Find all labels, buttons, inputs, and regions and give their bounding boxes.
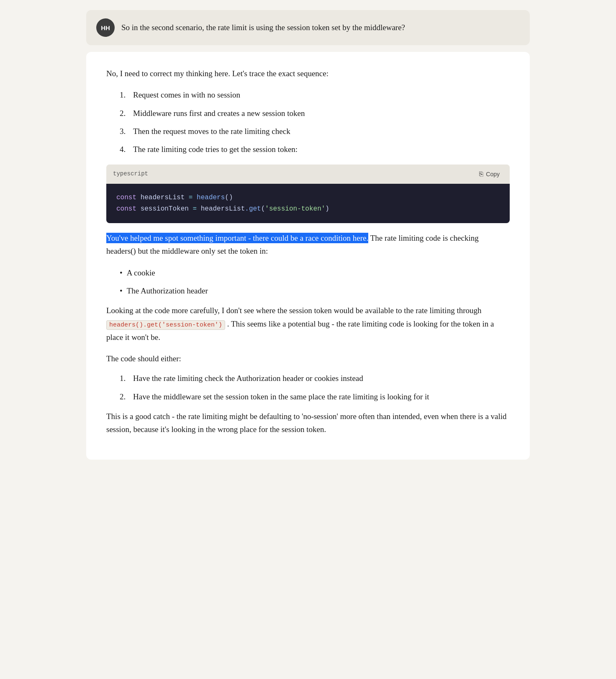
list-item: Middleware runs first and creates a new … [120, 107, 510, 120]
paren-3: ) [325, 205, 329, 213]
token-locations-list: A cookie The Authorization header [120, 266, 510, 298]
avatar: HH [96, 18, 115, 37]
method-get: .get [245, 205, 261, 213]
user-message-text: So in the second scenario, the rate limi… [121, 18, 405, 34]
intro-text: No, I need to correct my thinking here. … [106, 67, 510, 80]
list-item: Have the rate limiting check the Authori… [120, 372, 510, 385]
code-block-body: const headersList = headers() const sess… [106, 184, 510, 223]
assistant-response: No, I need to correct my thinking here. … [86, 52, 530, 460]
code-block-wrapper: typescript ⎘ Copy const headersList = he… [106, 165, 510, 223]
race-condition-paragraph: You've helped me spot something importan… [106, 231, 510, 258]
highlighted-text: You've helped me spot something importan… [106, 233, 368, 243]
paragraph2-before: Looking at the code more carefully, I do… [106, 306, 482, 315]
code-line-2: const sessionToken = headersList.get('se… [116, 203, 500, 215]
list-item: Then the request moves to the rate limit… [120, 125, 510, 138]
user-message-container: HH So in the second scenario, the rate l… [86, 10, 530, 45]
keyword-const-2: const [116, 205, 136, 213]
list-item: Request comes in with no session [120, 88, 510, 101]
var-headersList: headersList [141, 194, 185, 201]
list-item: The rate limiting code tries to get the … [120, 143, 510, 156]
keyword-const-1: const [116, 194, 136, 201]
copy-button[interactable]: ⎘ Copy [476, 169, 503, 180]
fix-steps-list: Have the rate limiting check the Authori… [120, 372, 510, 403]
var-sessionToken: sessionToken [141, 205, 189, 213]
fix-intro: The code should either: [106, 352, 510, 365]
bug-paragraph: Looking at the code more carefully, I do… [106, 304, 510, 343]
copy-label: Copy [486, 171, 500, 177]
code-line-1: const headersList = headers() [116, 192, 500, 203]
str-session-token: 'session-token' [265, 205, 325, 213]
list-item: A cookie [120, 266, 510, 279]
inline-code-snippet: headers().get('session-token') [106, 320, 225, 330]
list-item: The Authorization header [120, 284, 510, 297]
code-language-label: typescript [113, 169, 148, 179]
avatar-initials: HH [101, 24, 110, 31]
list-item: Have the middleware set the session toke… [120, 390, 510, 403]
paren-2: ( [261, 205, 265, 213]
op-equals-2: = [192, 205, 197, 213]
code-block-header: typescript ⎘ Copy [106, 165, 510, 184]
paren-1: () [225, 194, 233, 201]
steps-list: Request comes in with no session Middlew… [120, 88, 510, 156]
copy-icon: ⎘ [479, 170, 483, 178]
fn-headers: headers [197, 194, 225, 201]
obj-headersList: headersList [201, 205, 245, 213]
conclusion-paragraph: This is a good catch - the rate limiting… [106, 410, 510, 436]
op-equals-1: = [189, 194, 193, 201]
